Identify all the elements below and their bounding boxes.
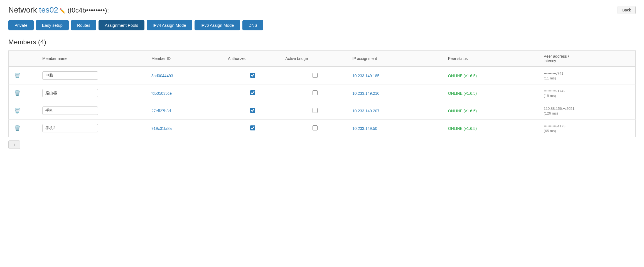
- active-bridge-checkbox-2[interactable]: [313, 108, 318, 113]
- ip-address-0: 10.233.149.185: [352, 74, 379, 78]
- name-cell-2: [38, 102, 148, 120]
- peer-addr-cell-3: ••••••••••/4173 (65 ms): [540, 120, 636, 137]
- authorized-checkbox-0[interactable]: [250, 73, 255, 78]
- authorized-cell-1: [224, 84, 281, 102]
- delete-icon-2[interactable]: 🗑️: [13, 107, 22, 114]
- peer-address-3: ••••••••••/4173: [544, 124, 566, 128]
- active-bridge-checkbox-1[interactable]: [313, 90, 318, 95]
- id-cell-0: 3ad0044493: [148, 67, 224, 84]
- id-cell-2: 27eff27b3d: [148, 102, 224, 120]
- peer-status-2: ONLINE (v1.6.5): [448, 109, 477, 113]
- network-title: Network tes02✏️ (f0c4b••••••••):: [8, 6, 109, 14]
- delete-cell: 🗑️: [9, 102, 38, 120]
- member-id-link-1[interactable]: fd505035ce: [151, 91, 172, 96]
- nav-btn-dns[interactable]: DNS: [242, 20, 264, 30]
- member-name-input-0[interactable]: [42, 71, 98, 80]
- ip-address-2: 10.233.149.207: [352, 109, 379, 113]
- peer-status-cell-0: ONLINE (v1.6.5): [444, 67, 540, 84]
- edit-icon[interactable]: ✏️: [59, 8, 65, 14]
- col-header-peer-address: Peer address /latency: [540, 51, 636, 67]
- table-row: 🗑️ 27eff27b3d 10.233.149.207 ONLINE (v1.…: [9, 102, 636, 120]
- col-header-name: Member name: [38, 51, 148, 67]
- nav-btn-ipv4-assign[interactable]: IPv4 Assign Mode: [147, 20, 192, 30]
- nav-btn-assignment-pools[interactable]: Assignment Pools: [99, 20, 144, 30]
- members-table: Member name Member ID Authorized Active …: [8, 50, 636, 137]
- authorized-cell-0: [224, 67, 281, 84]
- page-container: Network tes02✏️ (f0c4b••••••••): Back Pr…: [0, 0, 644, 158]
- ip-cell-2: 10.233.149.207: [348, 102, 444, 120]
- authorized-checkbox-3[interactable]: [250, 125, 255, 130]
- col-header-authorized: Authorized: [224, 51, 281, 67]
- delete-icon-0[interactable]: 🗑️: [13, 72, 22, 79]
- delete-cell: 🗑️: [9, 84, 38, 102]
- member-name-input-3[interactable]: [42, 124, 98, 132]
- delete-icon-3[interactable]: 🗑️: [13, 125, 22, 132]
- latency-1: (18 ms): [544, 94, 556, 98]
- table-row: 🗑️ fd505035ce 10.233.149.210 ONLINE (v1.…: [9, 84, 636, 102]
- bridge-cell-0: [281, 67, 348, 84]
- peer-addr-cell-1: ••••••••••/1742 (18 ms): [540, 84, 636, 102]
- network-label: Network: [8, 6, 37, 14]
- network-header: Network tes02✏️ (f0c4b••••••••): Back: [8, 6, 636, 14]
- delete-icon-1[interactable]: 🗑️: [13, 90, 22, 96]
- peer-status-cell-2: ONLINE (v1.6.5): [444, 102, 540, 120]
- peer-status-cell-1: ONLINE (v1.6.5): [444, 84, 540, 102]
- bridge-cell-1: [281, 84, 348, 102]
- name-cell-1: [38, 84, 148, 102]
- member-name-input-2[interactable]: [42, 106, 98, 115]
- table-row: 🗑️ 3ad0044493 10.233.149.185 ONLINE (v1.…: [9, 67, 636, 84]
- section-title: Members (4): [8, 38, 636, 46]
- authorized-checkbox-1[interactable]: [250, 90, 255, 95]
- nav-btn-private[interactable]: Private: [8, 20, 34, 30]
- ip-cell-1: 10.233.149.210: [348, 84, 444, 102]
- id-cell-3: 919c01fa8a: [148, 120, 224, 137]
- bridge-cell-2: [281, 102, 348, 120]
- delete-cell: 🗑️: [9, 67, 38, 84]
- member-id-link-2[interactable]: 27eff27b3d: [151, 109, 171, 113]
- network-name: tes02: [39, 6, 58, 14]
- table-row: 🗑️ 919c01fa8a 10.233.149.50 ONLINE (v1.6…: [9, 120, 636, 137]
- delete-cell: 🗑️: [9, 120, 38, 137]
- authorized-cell-2: [224, 102, 281, 120]
- peer-status-0: ONLINE (v1.6.5): [448, 74, 477, 78]
- peer-addr-cell-2: 110.88.156.••/2051 (126 ms): [540, 102, 636, 120]
- active-bridge-checkbox-3[interactable]: [313, 125, 318, 130]
- member-id-link-0[interactable]: 3ad0044493: [151, 74, 173, 78]
- authorized-cell-3: [224, 120, 281, 137]
- table-header-row: Member name Member ID Authorized Active …: [9, 51, 636, 67]
- col-header-active-bridge: Active bridge: [281, 51, 348, 67]
- peer-addr-cell-0: ••••••••••/741 (11 ms): [540, 67, 636, 84]
- col-header-id: Member ID: [148, 51, 224, 67]
- col-header-delete: [9, 51, 38, 67]
- nav-buttons: Private Easy setup Routes Assignment Poo…: [8, 20, 636, 30]
- peer-status-3: ONLINE (v1.6.5): [448, 126, 477, 131]
- bridge-cell-3: [281, 120, 348, 137]
- authorized-checkbox-2[interactable]: [250, 108, 255, 113]
- latency-3: (65 ms): [544, 129, 556, 133]
- member-name-input-1[interactable]: [42, 89, 98, 97]
- name-cell-3: [38, 120, 148, 137]
- member-id-link-3[interactable]: 919c01fa8a: [151, 126, 172, 131]
- latency-0: (11 ms): [544, 76, 556, 80]
- peer-address-0: ••••••••••/741: [544, 71, 564, 76]
- ip-cell-0: 10.233.149.185: [348, 67, 444, 84]
- ip-cell-3: 10.233.149.50: [348, 120, 444, 137]
- ip-address-3: 10.233.149.50: [352, 126, 377, 131]
- nav-btn-routes[interactable]: Routes: [71, 20, 97, 30]
- col-header-peer-status: Peer status: [444, 51, 540, 67]
- peer-status-cell-3: ONLINE (v1.6.5): [444, 120, 540, 137]
- peer-status-1: ONLINE (v1.6.5): [448, 91, 477, 96]
- nav-btn-ipv6-assign[interactable]: IPv6 Assign Mode: [195, 20, 240, 30]
- active-bridge-checkbox-0[interactable]: [313, 73, 318, 78]
- nav-btn-easy-setup[interactable]: Easy setup: [36, 20, 69, 30]
- network-id: (f0c4b••••••••):: [68, 6, 109, 14]
- latency-2: (126 ms): [544, 111, 558, 115]
- col-header-ip: IP assignment: [348, 51, 444, 67]
- add-member-button[interactable]: +: [8, 140, 20, 149]
- back-button[interactable]: Back: [618, 6, 636, 14]
- peer-address-1: ••••••••••/1742: [544, 89, 566, 93]
- name-cell-0: [38, 67, 148, 84]
- peer-address-2: 110.88.156.••/2051: [544, 106, 574, 111]
- ip-address-1: 10.233.149.210: [352, 91, 379, 96]
- id-cell-1: fd505035ce: [148, 84, 224, 102]
